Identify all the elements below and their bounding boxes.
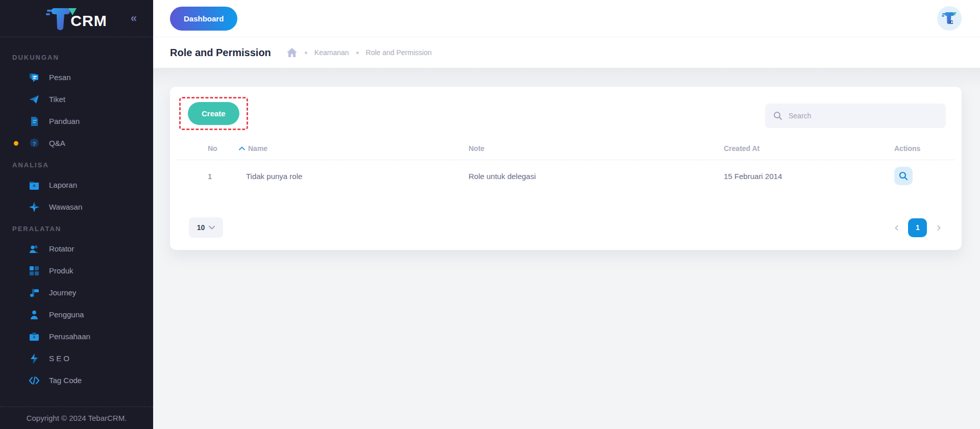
sidebar-item-label: Journey <box>49 288 76 297</box>
sidebar-item-label: Wawasan <box>49 203 82 211</box>
search-icon <box>773 111 782 120</box>
dashboard-button[interactable]: Dashboard <box>170 7 237 31</box>
sidebar-item-label: Rotator <box>49 244 74 253</box>
column-header-note: Note <box>469 144 724 153</box>
sidebar-item-label: Q&A <box>49 139 65 147</box>
sidebar-collapse-icon[interactable]: « <box>131 12 137 25</box>
column-header-created-at: Created At <box>724 144 894 153</box>
sidebar-item-label: Pengguna <box>49 310 84 319</box>
content-area: Create No <box>153 68 980 429</box>
card-footer: 10 ‹ 1 › <box>170 217 962 238</box>
view-role-button[interactable] <box>894 167 913 185</box>
sidebar-item-label: Panduan <box>49 117 80 125</box>
app-window: CRM « DUKUNGAN Pesan Tiket <box>0 0 980 429</box>
sidebar-logo-row: CRM « <box>0 0 153 37</box>
sidebar-item-label: S E O <box>49 354 69 363</box>
document-icon <box>29 116 40 127</box>
sidebar-item-perusahaan[interactable]: Perusahaan <box>0 325 153 347</box>
cell-note: Role untuk delegasi <box>469 172 724 181</box>
section-label-analisa: ANALISA <box>0 154 153 174</box>
chat-icon <box>29 72 40 83</box>
chevron-down-icon <box>209 225 215 230</box>
column-header-actions: Actions <box>894 144 962 153</box>
notification-dot <box>14 141 18 145</box>
avatar-logo-icon: c <box>942 11 957 26</box>
sidebar-item-pesan[interactable]: Pesan <box>0 66 153 88</box>
sidebar-item-journey[interactable]: Journey <box>0 282 153 304</box>
sidebar-item-label: Pesan <box>49 73 71 82</box>
sidebar: CRM « DUKUNGAN Pesan Tiket <box>0 0 153 429</box>
sidebar-item-seo[interactable]: S E O <box>0 347 153 369</box>
page-1-button[interactable]: 1 <box>908 218 927 237</box>
column-header-name-label: Name <box>248 144 267 153</box>
sidebar-item-produk[interactable]: Produk <box>0 260 153 282</box>
cell-no: 1 <box>208 172 239 181</box>
sparkle-star-icon <box>29 201 40 213</box>
sidebar-item-qa[interactable]: ? Q&A <box>0 132 153 154</box>
table-header-row: No Name Note Created At Actions <box>170 137 962 160</box>
sidebar-item-label: Produk <box>49 266 74 275</box>
home-icon[interactable] <box>286 47 298 58</box>
previous-page-icon[interactable]: ‹ <box>894 221 899 234</box>
breadcrumb: Role and Permission Keamanan Role and Pe… <box>153 37 980 68</box>
paper-plane-icon <box>29 94 40 105</box>
column-header-no: No <box>208 144 239 153</box>
user-avatar[interactable]: c <box>937 6 962 31</box>
tebarcrm-logo: CRM <box>46 6 107 31</box>
svg-text:c: c <box>949 18 953 26</box>
search-box[interactable] <box>765 104 946 128</box>
main-area: Dashboard c Role and Permission <box>153 0 980 429</box>
user-icon <box>29 309 40 320</box>
roles-table: No Name Note Created At Actions <box>170 137 962 192</box>
svg-text:?: ? <box>33 140 36 146</box>
breadcrumb-separator <box>305 52 307 54</box>
pagination: ‹ 1 › <box>894 218 941 237</box>
users-icon <box>29 243 40 255</box>
cell-created-at: 15 Februari 2014 <box>724 172 894 181</box>
create-button[interactable]: Create <box>188 102 239 125</box>
folder-download-icon <box>29 180 40 191</box>
sidebar-item-laporan[interactable]: Laporan <box>0 174 153 196</box>
sidebar-item-label: Perusahaan <box>49 332 90 341</box>
signpost-icon <box>29 287 40 298</box>
sidebar-item-pengguna[interactable]: Pengguna <box>0 304 153 325</box>
sidebar-item-label: Laporan <box>49 181 77 189</box>
sidebar-item-rotator[interactable]: Rotator <box>0 238 153 260</box>
topbar: Dashboard c <box>153 0 980 37</box>
breadcrumb-role-and-permission[interactable]: Role and Permission <box>366 48 432 57</box>
sidebar-item-panduan[interactable]: Panduan <box>0 110 153 132</box>
logo-crm-text: CRM <box>70 12 107 30</box>
copyright-text: Copyright © 2024 TebarCRM. <box>27 414 127 422</box>
sidebar-footer: Copyright © 2024 TebarCRM. <box>0 407 153 429</box>
sidebar-item-label: Tiket <box>49 95 65 104</box>
cell-actions <box>894 167 962 185</box>
grid-icon <box>29 265 40 276</box>
page-size-value: 10 <box>197 223 205 232</box>
create-button-highlight: Create <box>179 97 248 130</box>
bolt-icon <box>29 353 40 364</box>
search-input[interactable] <box>789 112 938 120</box>
page-title: Role and Permission <box>170 47 271 59</box>
breadcrumb-separator <box>356 52 359 54</box>
briefcase-icon <box>29 331 40 342</box>
page-size-select[interactable]: 10 <box>189 217 223 238</box>
sidebar-item-wawasan[interactable]: Wawasan <box>0 196 153 218</box>
sidebar-item-tag-code[interactable]: Tag Code <box>0 369 153 391</box>
sidebar-item-tiket[interactable]: Tiket <box>0 88 153 110</box>
question-badge-icon: ? <box>29 138 40 149</box>
section-label-dukungan: DUKUNGAN <box>0 46 153 66</box>
breadcrumb-keamanan[interactable]: Keamanan <box>314 48 349 57</box>
sidebar-nav: DUKUNGAN Pesan Tiket Panduan <box>0 37 153 407</box>
section-label-peralatan: PERALATAN <box>0 218 153 238</box>
next-page-icon[interactable]: › <box>936 221 941 234</box>
code-icon <box>29 375 40 386</box>
table-row: 1 Tidak punya role Role untuk delegasi 1… <box>170 160 962 192</box>
sidebar-item-label: Tag Code <box>49 376 82 385</box>
cell-name: Tidak punya role <box>239 172 469 181</box>
role-list-card: Create No <box>170 87 962 250</box>
sort-ascending-icon <box>239 146 245 150</box>
card-toolbar: Create <box>170 87 962 130</box>
column-header-name[interactable]: Name <box>239 144 469 153</box>
magnifier-icon <box>899 171 908 181</box>
